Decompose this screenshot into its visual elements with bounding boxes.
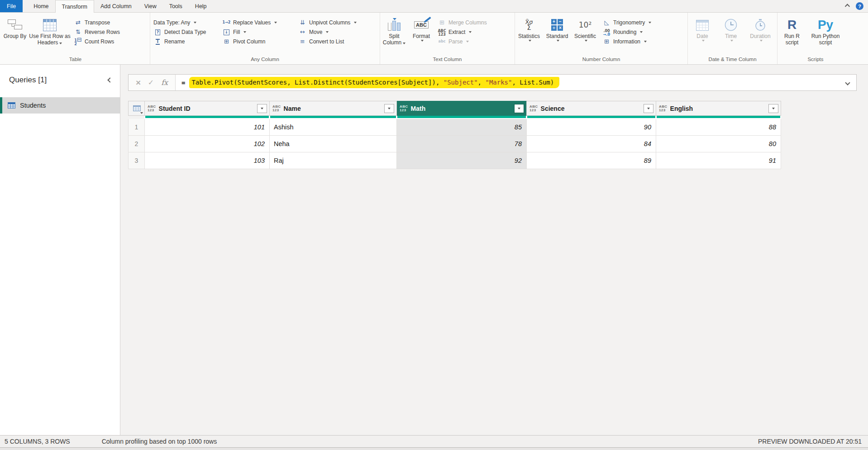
run-r-script-button[interactable]: R Run R script	[777, 14, 806, 46]
split-column-button[interactable]: Split Column	[380, 14, 408, 46]
dropdown-caret	[640, 31, 643, 33]
query-item-students[interactable]: Students	[0, 97, 120, 114]
dropdown-caret	[354, 22, 357, 24]
cell-science[interactable]: 84	[527, 136, 656, 152]
standard-icon: +−÷×	[551, 16, 563, 33]
fill-button[interactable]: ↓ Fill	[219, 27, 295, 37]
row-number[interactable]: 3	[128, 152, 145, 169]
dropdown-caret	[403, 43, 405, 44]
column-header-english[interactable]: ABC123 English	[656, 101, 781, 116]
cell-english[interactable]: 80	[656, 136, 781, 152]
formula-input[interactable]: = Table.Pivot(StudentScores, List.Distin…	[176, 75, 839, 90]
cell-science[interactable]: 90	[527, 119, 656, 136]
duration-icon	[755, 16, 766, 33]
tab-transform[interactable]: Transform	[55, 0, 95, 13]
group-label-any-column: Any Column	[150, 57, 380, 64]
filter-button-english[interactable]	[768, 104, 778, 113]
count-rows-button[interactable]: 12⊟ Count Rows	[71, 37, 138, 46]
cell-math[interactable]: 85	[397, 119, 527, 136]
cell-student-id[interactable]: 103	[145, 152, 270, 169]
expand-formula-bar-button[interactable]	[839, 75, 856, 90]
status-profiling-info[interactable]: Column profiling based on top 1000 rows	[102, 438, 217, 445]
group-label-date-time-column: Date & Time Column	[688, 57, 777, 64]
standard-button[interactable]: +−÷× Standard	[543, 14, 571, 42]
date-button: Date	[688, 14, 717, 42]
grid-header-row: ABC123 Student ID ABC123 Name ABC123 Mat…	[128, 101, 781, 116]
cell-math[interactable]: 78	[397, 136, 527, 152]
dropdown-caret	[194, 22, 196, 24]
help-button[interactable]: ?	[856, 2, 863, 10]
extract-button[interactable]: ABC123 Extract	[434, 27, 510, 37]
cell-english[interactable]: 88	[656, 119, 781, 136]
tab-add-column[interactable]: Add Column	[94, 0, 138, 12]
group-label-number-column: Number Column	[515, 57, 687, 64]
column-header-student-id[interactable]: ABC123 Student ID	[145, 101, 270, 116]
filter-button-name[interactable]	[384, 104, 394, 113]
replace-values-button[interactable]: 1→2 Replace Values	[219, 18, 295, 27]
statistics-button[interactable]: X̄σΣ Statistics	[515, 14, 543, 42]
cell-student-id[interactable]: 102	[145, 136, 270, 152]
ribbon-group-scripts: R Run R script Py Run Python script Scri…	[777, 13, 854, 64]
commit-formula-icon[interactable]: ✓	[148, 78, 154, 87]
tab-tools[interactable]: Tools	[163, 0, 189, 12]
column-header-science[interactable]: ABC123 Science	[527, 101, 656, 116]
select-all-button[interactable]	[128, 101, 145, 116]
tab-help[interactable]: Help	[189, 0, 213, 12]
rounding-icon: .00→.0	[602, 27, 611, 37]
rounding-button[interactable]: .00→.0 Rounding	[599, 27, 671, 37]
detect-data-type-button[interactable]: ? Detect Data Type	[150, 27, 219, 37]
cell-name[interactable]: Raj	[270, 152, 397, 169]
trigonometry-button[interactable]: ◺ Trigonometry	[599, 18, 671, 27]
information-button[interactable]: ⊞ Information	[599, 37, 671, 46]
column-header-name[interactable]: ABC123 Name	[270, 101, 397, 116]
pivot-column-button[interactable]: ⊞ Pivot Column	[219, 37, 295, 46]
filter-button-math[interactable]	[514, 104, 524, 113]
row-number[interactable]: 1	[128, 119, 145, 136]
transpose-button[interactable]: ⇄ Transpose	[71, 18, 138, 27]
convert-to-list-button[interactable]: ≡ Convert to List	[295, 37, 379, 46]
status-preview-timestamp: PREVIEW DOWNLOADED AT 20:51	[758, 438, 862, 445]
cell-science[interactable]: 89	[527, 152, 656, 169]
data-type-abc123-icon: ABC123	[400, 105, 408, 112]
group-by-button[interactable]: Group By	[1, 14, 29, 40]
cell-english[interactable]: 91	[656, 152, 781, 169]
ribbon-group-table: Group By Use First Row as Headers ⇄ Tran…	[1, 13, 150, 64]
window-bottom-edge	[0, 447, 868, 450]
data-type-abc123-icon: ABC123	[659, 105, 668, 112]
status-bar: 5 COLUMNS, 3 ROWS Column profiling based…	[0, 435, 868, 450]
rename-button[interactable]: I Rename	[150, 37, 219, 46]
quality-bar-english	[656, 116, 781, 119]
reverse-rows-button[interactable]: ⇅ Reverse Rows	[71, 27, 138, 37]
fx-icon[interactable]: fx	[161, 78, 168, 87]
scientific-button[interactable]: 10² Scientific	[571, 14, 599, 42]
dropdown-caret	[469, 31, 472, 33]
tab-file[interactable]: File	[0, 0, 23, 12]
column-header-math[interactable]: ABC123 Math	[397, 101, 527, 116]
tab-home[interactable]: Home	[27, 0, 55, 12]
filter-button-student-id[interactable]	[257, 104, 267, 113]
data-type-button[interactable]: Data Type: Any	[150, 18, 219, 27]
group-label-table: Table	[1, 57, 150, 64]
unpivot-columns-icon: ⇊	[298, 19, 307, 25]
cell-student-id[interactable]: 101	[145, 119, 270, 136]
row-number[interactable]: 2	[128, 136, 145, 152]
dropdown-caret	[585, 40, 587, 42]
cancel-formula-icon[interactable]: ×	[136, 78, 141, 87]
collapse-ribbon-icon[interactable]	[845, 4, 850, 9]
filter-button-science[interactable]	[644, 104, 653, 113]
time-icon	[725, 16, 737, 33]
cell-name[interactable]: Ashish	[270, 119, 397, 136]
column-quality-row	[128, 116, 781, 119]
cell-math[interactable]: 92	[397, 152, 527, 169]
format-button[interactable]: ABC Format	[408, 14, 434, 42]
unpivot-columns-button[interactable]: ⇊ Unpivot Columns	[295, 18, 379, 27]
fill-icon: ↓	[222, 28, 231, 35]
dropdown-caret	[326, 31, 329, 33]
run-python-script-button[interactable]: Py Run Python script	[806, 14, 844, 46]
collapse-queries-pane-icon[interactable]	[107, 77, 112, 82]
power-query-editor-window: File Home Transform Add Column View Tool…	[0, 0, 868, 450]
tab-view[interactable]: View	[138, 0, 163, 12]
move-button[interactable]: ↔ Move	[295, 27, 379, 37]
cell-name[interactable]: Neha	[270, 136, 397, 152]
use-first-row-as-headers-button[interactable]: Use First Row as Headers	[29, 14, 71, 46]
